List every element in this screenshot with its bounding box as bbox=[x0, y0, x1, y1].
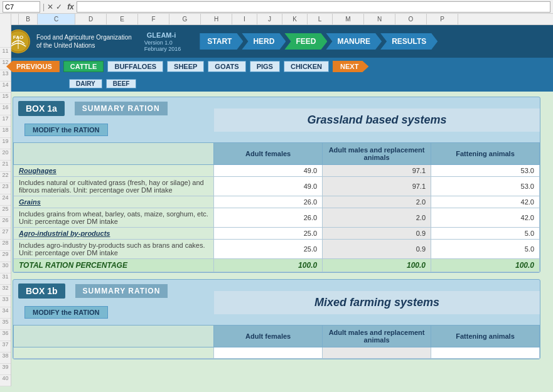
roughages-label-row: Roughages 49.0 97.1 53.0 bbox=[14, 165, 540, 177]
empty-label bbox=[14, 347, 214, 359]
agro-sub: Includes agro-industry by-products such … bbox=[14, 240, 214, 259]
modify-ration-1a-button[interactable]: MODIFY the RATION bbox=[24, 124, 108, 136]
nav-start[interactable]: START bbox=[200, 33, 243, 50]
roughages-val1b[interactable]: 49.0 bbox=[214, 177, 323, 196]
box-1a-left: BOX 1a SUMMARY RATION MODIFY the RATION bbox=[13, 97, 214, 142]
empty-val3 bbox=[431, 347, 540, 359]
col-p: P bbox=[427, 14, 458, 24]
agro-val3[interactable]: 5.0 bbox=[431, 228, 540, 240]
agro-val1b[interactable]: 25.0 bbox=[214, 240, 323, 259]
col-1b-header-adult-females: Adult females bbox=[214, 326, 323, 347]
sheep-button[interactable]: SHEEP bbox=[167, 61, 204, 72]
agro-val3b[interactable]: 5.0 bbox=[431, 240, 540, 259]
roughages-val2[interactable]: 97.1 bbox=[323, 165, 431, 177]
col-o: O bbox=[395, 14, 427, 24]
agro-sub-row: Includes agro-industry by-products such … bbox=[14, 240, 540, 259]
agro-label: Agro-industrial by-products bbox=[14, 228, 214, 240]
box-1a-header: BOX 1a SUMMARY RATION MODIFY the RATION … bbox=[13, 97, 540, 142]
fao-org-sub: of the United Nations bbox=[36, 41, 132, 50]
grains-val1b[interactable]: 26.0 bbox=[214, 208, 323, 228]
grains-val1[interactable]: 26.0 bbox=[214, 196, 323, 208]
grains-val3b[interactable]: 42.0 bbox=[431, 208, 540, 228]
agro-val2[interactable]: 0.9 bbox=[323, 228, 431, 240]
table-header-row: Adult females Adult males and replacemen… bbox=[14, 143, 540, 165]
modify-ration-1b-button[interactable]: MODIFY the RATION bbox=[24, 306, 108, 319]
box-1b-main-title: Mixed farming systems bbox=[214, 280, 540, 325]
formula-bar[interactable] bbox=[77, 1, 550, 13]
col-h: H bbox=[201, 14, 232, 24]
box-1b-header: BOX 1b SUMMARY RATION MODIFY the RATION … bbox=[13, 280, 540, 325]
excel-bar: | ✕ ✓ fx bbox=[0, 0, 553, 14]
goats-button[interactable]: GOATS bbox=[208, 61, 245, 72]
agro-label-row: Agro-industrial by-products 25.0 0.9 5.0 bbox=[14, 228, 540, 240]
col-f: F bbox=[138, 14, 169, 24]
nav-results[interactable]: RESULTS bbox=[380, 33, 438, 50]
agro-val2b[interactable]: 0.9 bbox=[323, 240, 431, 259]
box-1a-title: SUMMARY RATION bbox=[75, 102, 168, 115]
nav-herd[interactable]: HERD bbox=[242, 33, 286, 50]
beef-button[interactable]: BEEF bbox=[106, 79, 137, 88]
col-n: N bbox=[364, 14, 395, 24]
col-header-adult-females: Adult females bbox=[214, 143, 323, 165]
box-1b-left: BOX 1b SUMMARY RATION MODIFY the RATION bbox=[13, 280, 214, 325]
dairy-button[interactable]: DAIRY bbox=[69, 79, 102, 88]
roughages-val1[interactable]: 49.0 bbox=[214, 165, 323, 177]
cell-reference[interactable] bbox=[3, 1, 40, 13]
col-b: B bbox=[19, 14, 38, 24]
roughages-sub: Includes natural or cultivated grass (fr… bbox=[14, 177, 214, 196]
excel-separator: | bbox=[43, 3, 45, 11]
previous-button[interactable]: PREVIOUS bbox=[6, 61, 60, 72]
col-e: E bbox=[107, 14, 138, 24]
pigs-button[interactable]: PIGS bbox=[250, 61, 280, 72]
col-k: K bbox=[282, 14, 308, 24]
grains-label-row: Grains 26.0 2.0 42.0 bbox=[14, 196, 540, 208]
box-1a: BOX 1a SUMMARY RATION MODIFY the RATION … bbox=[13, 97, 540, 273]
col-header-adult-males: Adult males and replacement animals bbox=[323, 143, 431, 165]
nav-steps: START HERD FEED MANURE RESULTS bbox=[200, 33, 438, 50]
chicken-button[interactable]: CHICKEN bbox=[284, 61, 329, 72]
nav-feed[interactable]: FEED bbox=[284, 33, 327, 50]
total-label: TOTAL RATION PERCENTAGE bbox=[14, 259, 214, 272]
total-val1: 100.0 bbox=[214, 259, 323, 272]
sub-bar: DAIRY BEEF bbox=[0, 77, 553, 92]
animal-bar: PREVIOUS CATTLE BUFFALOES SHEEP GOATS PI… bbox=[0, 58, 553, 77]
grains-label: Grains bbox=[14, 196, 214, 208]
box-1a-main-title: Grassland based systems bbox=[214, 97, 540, 142]
ration-table-1b: Adult females Adult males and replacemen… bbox=[13, 325, 540, 359]
box-1b: BOX 1b SUMMARY RATION MODIFY the RATION … bbox=[13, 279, 540, 359]
agro-val1[interactable]: 25.0 bbox=[214, 228, 323, 240]
box-1b-title: SUMMARY RATION bbox=[75, 284, 168, 298]
col-i: I bbox=[232, 14, 257, 24]
roughages-val3[interactable]: 53.0 bbox=[431, 165, 540, 177]
table-1b-empty-row bbox=[14, 347, 540, 359]
roughages-val2b[interactable]: 97.1 bbox=[323, 177, 431, 196]
col-l: L bbox=[308, 14, 333, 24]
confirm-icon[interactable]: ✓ bbox=[56, 3, 62, 11]
table-1b-header-row: Adult females Adult males and replacemen… bbox=[14, 326, 540, 347]
excel-icons: ✕ ✓ fx bbox=[47, 3, 74, 11]
buffaloes-button[interactable]: BUFFALOES bbox=[107, 61, 163, 72]
col-d: D bbox=[75, 14, 107, 24]
empty-val2 bbox=[323, 347, 431, 359]
cancel-icon[interactable]: ✕ bbox=[47, 3, 53, 11]
formula-icon: fx bbox=[67, 3, 74, 11]
col-1b-header-fattening: Fattening animals bbox=[431, 326, 540, 347]
ration-table-1a: Adult females Adult males and replacemen… bbox=[13, 142, 540, 272]
col-header-fattening: Fattening animals bbox=[431, 143, 540, 165]
roughages-val3b[interactable]: 53.0 bbox=[431, 177, 540, 196]
next-button[interactable]: NEXT bbox=[333, 61, 368, 72]
gleam-date: February 2016 bbox=[144, 46, 181, 52]
cattle-button[interactable]: CATTLE bbox=[63, 61, 104, 72]
grains-val2b[interactable]: 2.0 bbox=[323, 208, 431, 228]
fao-header: FAO Food and Agriculture Organization of… bbox=[0, 25, 553, 58]
nav-manure[interactable]: MANURE bbox=[326, 33, 382, 50]
col-m: M bbox=[333, 14, 364, 24]
fao-org-name: Food and Agriculture Organization bbox=[36, 33, 132, 41]
grains-val2[interactable]: 2.0 bbox=[323, 196, 431, 208]
empty-val1 bbox=[214, 347, 323, 359]
roughages-label: Roughages bbox=[14, 165, 214, 177]
gleam-version: Version 1.0 bbox=[144, 40, 181, 46]
col-j: J bbox=[257, 14, 282, 24]
grains-val3[interactable]: 42.0 bbox=[431, 196, 540, 208]
box-1b-label: BOX 1b bbox=[18, 283, 65, 299]
